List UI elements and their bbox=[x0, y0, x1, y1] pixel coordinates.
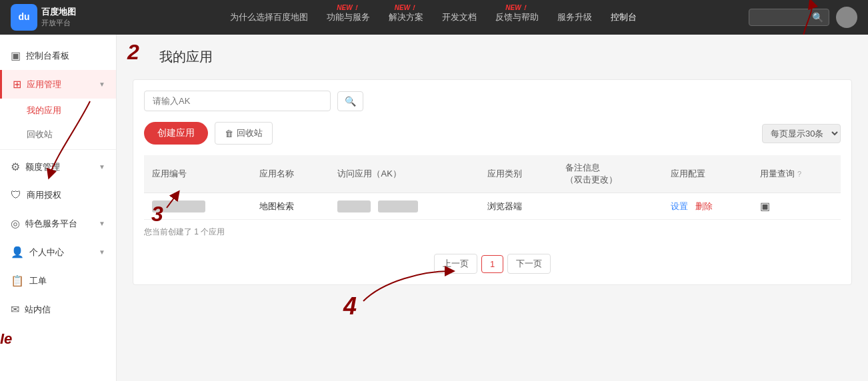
prev-page-button[interactable]: 上一页 bbox=[434, 254, 477, 274]
per-page-select[interactable]: 每页显示30条 bbox=[762, 124, 841, 143]
table-row: 地图检索 浏览器端 设置 删除 bbox=[144, 193, 841, 220]
sidebar-item-tickets[interactable]: 📋 工单 bbox=[0, 266, 116, 295]
blurred-ak-2 bbox=[378, 200, 418, 212]
dashboard-icon: ▣ bbox=[11, 49, 21, 62]
sidebar-label-app-mgmt: 应用管理 bbox=[27, 79, 61, 91]
special-icon: ◎ bbox=[11, 217, 20, 230]
blurred-app-id bbox=[152, 200, 205, 212]
blurred-ak-1 bbox=[337, 200, 371, 212]
cell-query: ▣ bbox=[752, 193, 841, 220]
next-page-button[interactable]: 下一页 bbox=[507, 254, 551, 274]
col-app-id: 应用编号 bbox=[144, 155, 251, 193]
sidebar-sub-recycle[interactable]: 回收站 bbox=[0, 123, 116, 147]
recycle-button[interactable]: 🗑 回收站 bbox=[215, 122, 273, 145]
sidebar-item-app-mgmt[interactable]: ⊞ 应用管理 ▼ bbox=[0, 70, 116, 99]
col-ak: 访问应用（AK） bbox=[329, 155, 479, 193]
cell-ak bbox=[329, 193, 479, 220]
config-delete-link[interactable]: 删除 bbox=[695, 201, 713, 211]
new-badge-solutions: NEW！ bbox=[395, 3, 417, 13]
profile-icon: 👤 bbox=[11, 246, 24, 258]
annotation-ie: Ie bbox=[0, 330, 12, 348]
sidebar-label-quota: 额度管理 bbox=[25, 161, 60, 173]
action-left: 创建应用 🗑 回收站 bbox=[144, 122, 273, 145]
sidebar-item-messages[interactable]: ✉ 站内信 bbox=[0, 295, 116, 324]
create-app-button[interactable]: 创建应用 bbox=[144, 122, 208, 145]
new-badge-features: NEW！ bbox=[337, 3, 359, 13]
query-chart-icon[interactable]: ▣ bbox=[760, 200, 770, 212]
col-config: 应用配置 bbox=[663, 155, 752, 193]
current-page-button[interactable]: 1 bbox=[481, 255, 503, 273]
content-box: 🔍 创建应用 🗑 回收站 每页显示30条 bbox=[133, 79, 852, 285]
logo-area: du 百度地图 开放平台 bbox=[11, 4, 117, 31]
table-header-row: 应用编号 应用名称 访问应用（AK） 应用类别 备注信息（双击更改） 应用配置 … bbox=[144, 155, 841, 193]
sidebar-label-special: 特色服务平台 bbox=[25, 218, 77, 230]
nav-links: 为什么选择百度地图 NEW！ 功能与服务 NEW！ 解决方案 开发文档 NEW！… bbox=[117, 11, 749, 23]
svg-text:du: du bbox=[18, 11, 29, 22]
cell-app-name: 地图检索 bbox=[251, 193, 330, 220]
ak-search-input[interactable] bbox=[144, 91, 331, 111]
sidebar-label-profile: 个人中心 bbox=[29, 246, 64, 258]
sidebar-item-quota[interactable]: ⚙ 额度管理 ▼ bbox=[0, 153, 116, 181]
cell-app-id bbox=[144, 193, 251, 220]
app-mgmt-icon: ⊞ bbox=[13, 78, 21, 91]
logo-text: 百度地图 开放平台 bbox=[41, 7, 76, 27]
nav-link-feedback[interactable]: NEW！ 反馈与帮助 bbox=[495, 11, 539, 23]
config-set-link[interactable]: 设置 bbox=[671, 201, 688, 211]
main-content: 2 我的应用 🔍 创建应用 🗑 回收站 bbox=[117, 35, 868, 381]
auth-icon: 🛡 bbox=[11, 189, 21, 201]
logo-icon: du bbox=[11, 4, 37, 31]
sidebar-sub-myapps[interactable]: 我的应用 bbox=[0, 99, 116, 123]
search-row: 🔍 bbox=[144, 91, 841, 111]
nav-right: 🔍 bbox=[749, 7, 857, 28]
special-arrow: ▼ bbox=[99, 220, 105, 227]
info-text: 您当前创建了 1 个应用 bbox=[144, 220, 841, 240]
nav-search-input[interactable] bbox=[755, 13, 808, 23]
app-table: 应用编号 应用名称 访问应用（AK） 应用类别 备注信息（双击更改） 应用配置 … bbox=[144, 155, 841, 220]
top-navigation: du 百度地图 开放平台 为什么选择百度地图 NEW！ 功能与服务 NEW！ 解… bbox=[0, 0, 868, 35]
sidebar-item-profile[interactable]: 👤 个人中心 ▼ bbox=[0, 238, 116, 266]
action-row: 创建应用 🗑 回收站 每页显示30条 bbox=[144, 122, 841, 145]
pagination: 上一页 1 下一页 bbox=[144, 254, 841, 274]
per-page-control: 每页显示30条 bbox=[762, 124, 841, 143]
col-app-name: 应用名称 bbox=[251, 155, 330, 193]
sidebar: ▣ 控制台看板 ⊞ 应用管理 ▼ 我的应用 回收站 ⚙ 额度管理 ▼ 🛡 商用授… bbox=[0, 35, 117, 381]
cell-note bbox=[557, 193, 663, 220]
col-category: 应用类别 bbox=[479, 155, 558, 193]
sidebar-label-tickets: 工单 bbox=[29, 275, 47, 287]
nav-link-solutions[interactable]: NEW！ 解决方案 bbox=[389, 11, 423, 23]
nav-link-service[interactable]: 服务升级 bbox=[557, 11, 592, 23]
nav-search-icon[interactable]: 🔍 bbox=[812, 12, 823, 23]
sidebar-item-auth[interactable]: 🛡 商用授权 bbox=[0, 181, 116, 209]
nav-link-features[interactable]: NEW！ 功能与服务 bbox=[327, 11, 370, 23]
ak-search-button[interactable]: 🔍 bbox=[337, 91, 363, 111]
page-title: 我的应用 bbox=[159, 48, 852, 66]
quota-icon: ⚙ bbox=[11, 161, 20, 173]
sidebar-item-dashboard[interactable]: ▣ 控制台看板 bbox=[0, 41, 116, 70]
messages-icon: ✉ bbox=[11, 303, 19, 316]
profile-arrow: ▼ bbox=[99, 248, 105, 256]
nav-link-docs[interactable]: 开发文档 bbox=[442, 11, 477, 23]
col-query: 用量查询 ? bbox=[752, 155, 841, 193]
query-help-icon[interactable]: ? bbox=[797, 170, 801, 178]
main-layout: ▣ 控制台看板 ⊞ 应用管理 ▼ 我的应用 回收站 ⚙ 额度管理 ▼ 🛡 商用授… bbox=[0, 35, 868, 381]
sidebar-divider-1 bbox=[0, 149, 116, 150]
col-note: 备注信息（双击更改） bbox=[557, 155, 663, 193]
nav-link-why[interactable]: 为什么选择百度地图 bbox=[230, 11, 308, 23]
user-avatar[interactable] bbox=[836, 7, 857, 28]
quota-arrow: ▼ bbox=[99, 163, 105, 171]
svg-text:4: 4 bbox=[343, 292, 357, 320]
cell-config: 设置 删除 bbox=[663, 193, 752, 220]
sidebar-item-special[interactable]: ◎ 特色服务平台 ▼ bbox=[0, 209, 116, 238]
annotation-2: 2 bbox=[127, 40, 139, 65]
tickets-icon: 📋 bbox=[11, 274, 24, 287]
recycle-icon: 🗑 bbox=[225, 129, 233, 139]
cell-category: 浏览器端 bbox=[479, 193, 558, 220]
sidebar-label-messages: 站内信 bbox=[25, 304, 51, 316]
new-badge-feedback: NEW！ bbox=[505, 3, 527, 13]
nav-link-console[interactable]: 控制台 bbox=[611, 11, 637, 23]
nav-search-box[interactable]: 🔍 bbox=[749, 9, 829, 26]
sidebar-label-auth: 商用授权 bbox=[27, 189, 61, 201]
app-mgmt-arrow: ▼ bbox=[99, 81, 105, 88]
sidebar-label-dashboard: 控制台看板 bbox=[26, 50, 69, 62]
